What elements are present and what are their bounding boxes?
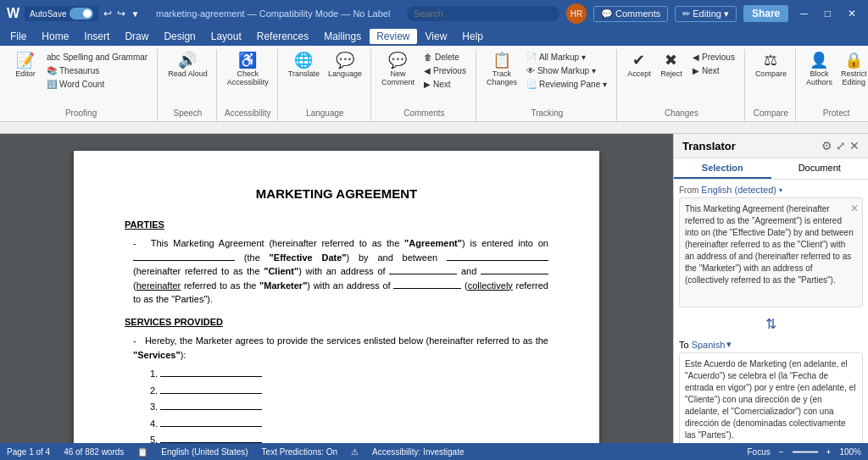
- expand-button[interactable]: ⤢: [836, 139, 846, 152]
- wordcount-icon: 🔢: [47, 80, 57, 89]
- to-lang-selector[interactable]: Spanish ▾: [692, 339, 732, 350]
- delete-icon: 🗑: [424, 53, 432, 62]
- editing-button[interactable]: ✏ Editing ▾: [675, 6, 737, 22]
- next-change-button[interactable]: ▶ Next: [688, 64, 739, 77]
- menu-view[interactable]: View: [419, 29, 454, 44]
- show-markup-label: Show Markup ▾: [537, 66, 596, 75]
- reject-button[interactable]: ✖ Reject: [656, 51, 687, 80]
- delete-button[interactable]: 🗑 Delete: [420, 51, 470, 64]
- list-item: 3.: [150, 400, 548, 414]
- block-authors-button[interactable]: 👤 BlockAuthors: [803, 51, 836, 88]
- menu-design[interactable]: Design: [157, 29, 202, 44]
- menu-review[interactable]: Review: [370, 29, 416, 44]
- menu-file[interactable]: File: [3, 29, 33, 44]
- close-button[interactable]: ✕: [843, 8, 861, 19]
- language-status: English (United States): [161, 447, 248, 457]
- show-markup-icon: 👁: [526, 66, 535, 75]
- menu-mailings[interactable]: Mailings: [317, 29, 368, 44]
- ribbon-group-protect: 👤 BlockAuthors 🔒 RestrictEditing Protect: [798, 49, 868, 121]
- translate-button[interactable]: 🌐 Translate: [285, 51, 323, 80]
- comments-button[interactable]: 💬 Comments: [593, 6, 668, 22]
- comments-icon: 💬: [601, 8, 613, 19]
- wordcount-button[interactable]: 🔢 Word Count: [42, 78, 152, 91]
- services-intro: - Hereby, the Marketer agrees to provide…: [125, 334, 548, 362]
- menu-home[interactable]: Home: [35, 29, 75, 44]
- maximize-button[interactable]: □: [820, 8, 836, 19]
- previous-comment-button[interactable]: ◀ Previous: [420, 64, 470, 77]
- thesaurus-button[interactable]: 📚 Thesaurus: [42, 64, 152, 77]
- ribbon-group-tracking: 📋 TrackChanges 📄 All Markup ▾ 👁 Show Mar…: [478, 49, 617, 121]
- changes-label: Changes: [665, 107, 698, 118]
- tab-selection[interactable]: Selection: [674, 158, 771, 179]
- quick-access[interactable]: ▼: [131, 9, 139, 19]
- markup-col: 📄 All Markup ▾ 👁 Show Markup ▾ 📃 Reviewi…: [522, 51, 611, 91]
- list-item: 4.: [150, 417, 548, 431]
- language-label: Language: [328, 69, 362, 78]
- markup-icon: 📄: [526, 53, 537, 62]
- next-comment-button[interactable]: ▶ Next: [420, 78, 470, 91]
- ribbon-group-language: 🌐 Translate 💬 Language Language: [280, 49, 371, 121]
- search-input[interactable]: [407, 6, 559, 21]
- clear-source-button[interactable]: ✕: [850, 202, 859, 216]
- menu-layout[interactable]: Layout: [204, 29, 248, 44]
- zoom-out-icon[interactable]: −: [779, 447, 784, 457]
- minimize-button[interactable]: ─: [795, 8, 813, 19]
- menu-help[interactable]: Help: [455, 29, 490, 44]
- document-area[interactable]: MARKETING AGREEMENT PARTIES - This Marke…: [0, 134, 673, 443]
- accept-label: Accept: [627, 69, 651, 78]
- reviewing-pane-button[interactable]: 📃 Reviewing Pane ▾: [522, 78, 611, 91]
- accept-button[interactable]: ✔ Accept: [624, 51, 654, 80]
- editor-button[interactable]: 📝 Editor: [10, 51, 41, 80]
- readaloud-button[interactable]: 🔊 Read Aloud: [164, 51, 211, 80]
- ribbon-group-proofing: 📝 Editor abc Spelling and Grammar 📚 Thes…: [5, 49, 158, 121]
- close-panel-button[interactable]: ✕: [849, 139, 860, 152]
- prev-icon: ◀: [424, 66, 431, 75]
- page-indicator: Page 1 of 4: [7, 447, 50, 457]
- main-area: MARKETING AGREEMENT PARTIES - This Marke…: [0, 134, 868, 443]
- menu-references[interactable]: References: [250, 29, 315, 44]
- settings-button[interactable]: ⚙: [821, 139, 832, 152]
- from-section: From English (detected) ▾ This Marketing…: [679, 185, 863, 308]
- track-changes-button[interactable]: 📋 TrackChanges: [483, 51, 520, 88]
- zoom-slider[interactable]: ━━━━━: [793, 447, 818, 457]
- zoom-in-icon[interactable]: +: [826, 447, 832, 457]
- accessibility-status: ⚠: [351, 447, 359, 457]
- new-comment-label: NewComment: [381, 69, 415, 86]
- next-label: Next: [433, 80, 451, 89]
- panel-body: From English (detected) ▾ This Marketing…: [674, 180, 868, 443]
- from-label: From English (detected) ▾: [679, 185, 863, 195]
- new-comment-button[interactable]: 💬 NewComment: [378, 51, 418, 88]
- compare-button[interactable]: ⚖ Compare: [752, 51, 790, 80]
- restrict-editing-button[interactable]: 🔒 RestrictEditing: [837, 51, 868, 88]
- check-accessibility-button[interactable]: ♿ CheckAccessibility: [224, 51, 272, 88]
- menu-draw[interactable]: Draw: [118, 29, 155, 44]
- accessibility-label: Accessibility: [225, 107, 270, 118]
- proofing-buttons: 📝 Editor abc Spelling and Grammar 📚 Thes…: [10, 49, 152, 107]
- accessibility-label: CheckAccessibility: [227, 69, 269, 86]
- share-button[interactable]: Share: [743, 5, 788, 22]
- previous-change-button[interactable]: ◀ Previous: [688, 51, 739, 64]
- spelling-button[interactable]: abc Spelling and Grammar: [42, 51, 152, 64]
- previous-change-label: Previous: [702, 53, 735, 62]
- tab-document[interactable]: Document: [771, 158, 869, 179]
- redo-icon[interactable]: ↪: [117, 8, 125, 19]
- from-lang-selector[interactable]: English (detected) ▾: [701, 185, 782, 195]
- all-markup-button[interactable]: 📄 All Markup ▾: [522, 51, 611, 64]
- word-logo: W: [7, 6, 19, 21]
- autosave-button[interactable]: AutoSave: [25, 6, 98, 21]
- ribbon-group-accessibility: ♿ CheckAccessibility Accessibility: [219, 49, 278, 121]
- doc-title: MARKETING AGREEMENT: [125, 185, 548, 204]
- wordcount-label: Word Count: [59, 80, 104, 89]
- compatibility-mode: Compatibility Mode: [259, 8, 339, 19]
- restrict-icon: 🔒: [844, 53, 863, 68]
- show-markup-button[interactable]: 👁 Show Markup ▾: [522, 64, 611, 77]
- undo-icon[interactable]: ↩: [103, 8, 112, 19]
- parties-heading: PARTIES: [125, 218, 548, 232]
- swap-button[interactable]: ⇅: [679, 313, 863, 335]
- menu-insert[interactable]: Insert: [77, 29, 116, 44]
- focus-label: Focus: [748, 447, 771, 457]
- speech-label: Speech: [173, 107, 202, 118]
- autosave-toggle[interactable]: [70, 8, 93, 19]
- language-button[interactable]: 💬 Language: [325, 51, 365, 80]
- language-group-label: Language: [306, 107, 344, 118]
